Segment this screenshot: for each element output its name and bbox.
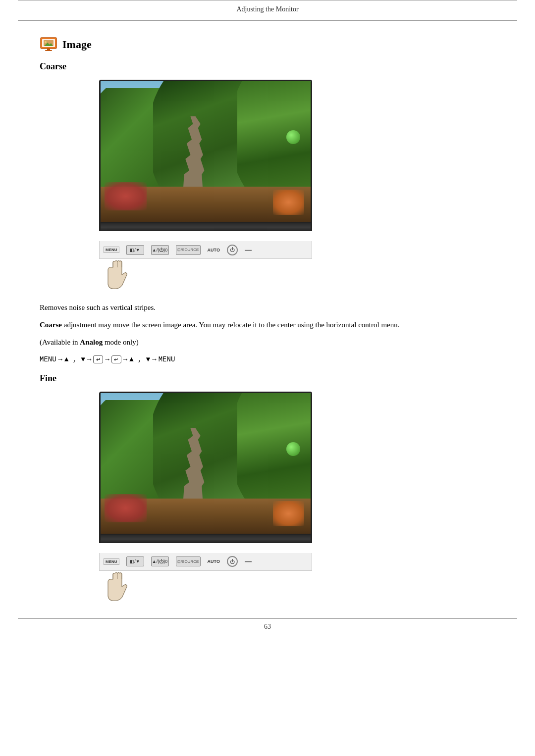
- coarse-text: Removes noise such as vertical stripes. …: [40, 302, 495, 365]
- hand-cursor-1: [104, 260, 131, 290]
- coarse-desc: Removes noise such as vertical stripes.: [40, 302, 495, 314]
- monitor-screen-2: [99, 392, 312, 535]
- ctrl-dash-1: —: [245, 246, 252, 254]
- hand-cursor-2: [104, 572, 131, 602]
- coarse-note1: Coarse adjustment may move the screen im…: [40, 319, 495, 331]
- ctrl-btn-5: ▲/(⏻)0: [151, 556, 169, 566]
- section-header: Image: [40, 36, 495, 53]
- svg-point-3: [45, 41, 47, 43]
- page-header: Adjusting the Monitor: [18, 0, 517, 21]
- coarse-section: Coarse MENU: [40, 61, 495, 365]
- coarse-menu-path: MENU → ▲ , ▼ → ↵ → ↵ → ▲ , ▼ → MENU: [40, 354, 495, 365]
- coarse-monitor-image: [99, 80, 495, 231]
- enter-btn-2: ↵: [111, 355, 121, 363]
- header-title: Adjusting the Monitor: [236, 5, 298, 13]
- monitor-controls-2: MENU ◧/▼ ▲/(⏻)0 ⊡/SOURCE AUTO ⏻ —: [99, 553, 312, 571]
- ctrl-btn-6: ⊡/SOURCE: [176, 556, 201, 566]
- ctrl-auto-2: AUTO: [208, 559, 220, 564]
- section-title: Image: [62, 38, 92, 51]
- svg-rect-6: [45, 50, 52, 51]
- page-number: 63: [0, 619, 535, 635]
- ctrl-btn-3: ⊡/SOURCE: [176, 245, 201, 255]
- fine-controls-image: MENU ◧/▼ ▲/(⏻)0 ⊡/SOURCE AUTO ⏻ —: [99, 553, 495, 604]
- fine-section: Fine MENU ◧/: [40, 373, 495, 604]
- enter-btn-1: ↵: [93, 355, 103, 363]
- svg-rect-5: [47, 49, 50, 50]
- image-icon: [40, 36, 57, 53]
- fine-title: Fine: [40, 373, 495, 384]
- fine-monitor-image: [99, 392, 495, 543]
- ctrl-power-2: ⏻: [227, 556, 238, 567]
- monitor-controls-1: MENU ◧/▼ ▲/(⏻)0 ⊡/SOURCE AUTO ⏻ —: [99, 241, 312, 259]
- coarse-note2: (Available in Analog mode only): [40, 336, 495, 349]
- ctrl-btn-2: ▲/(⏻)0: [151, 245, 169, 255]
- menu-label-2: MENU: [104, 558, 119, 565]
- ctrl-auto-1: AUTO: [208, 248, 220, 252]
- ctrl-btn-1: ◧/▼: [126, 245, 144, 255]
- coarse-title: Coarse: [40, 61, 495, 72]
- ctrl-btn-4: ◧/▼: [126, 556, 144, 566]
- ctrl-dash-2: —: [245, 557, 252, 565]
- monitor-screen-1: [99, 80, 312, 223]
- coarse-controls-image: MENU ◧/▼ ▲/(⏻)0 ⊡/SOURCE AUTO ⏻ —: [99, 241, 495, 292]
- menu-label-1: MENU: [104, 247, 119, 253]
- ctrl-power-1: ⏻: [227, 245, 238, 255]
